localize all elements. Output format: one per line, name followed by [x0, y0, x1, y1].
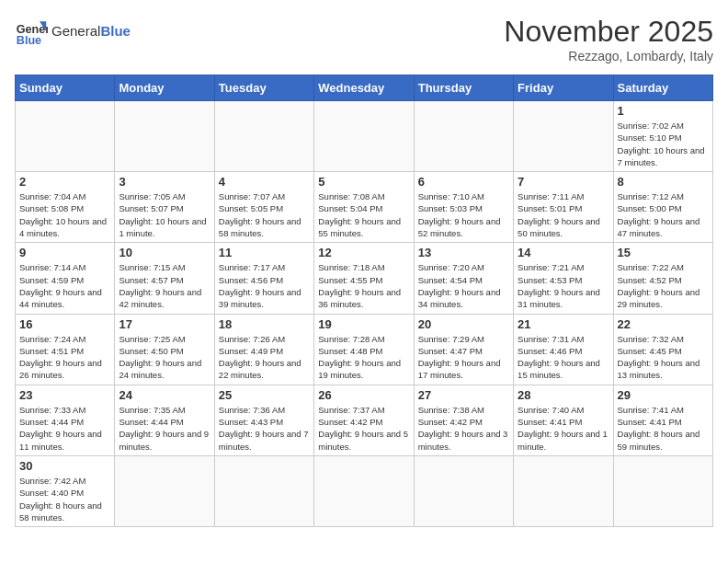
day-info: Sunrise: 7:26 AM Sunset: 4:49 PM Dayligh…: [219, 333, 310, 382]
calendar-cell: [115, 455, 214, 526]
day-number: 30: [19, 459, 110, 473]
calendar-cell: 22Sunrise: 7:32 AM Sunset: 4:45 PM Dayli…: [613, 314, 712, 385]
day-info: Sunrise: 7:08 AM Sunset: 5:04 PM Dayligh…: [318, 190, 409, 239]
day-number: 2: [19, 175, 110, 189]
calendar-table: SundayMondayTuesdayWednesdayThursdayFrid…: [15, 75, 713, 527]
calendar-week-1: 2Sunrise: 7:04 AM Sunset: 5:08 PM Daylig…: [16, 172, 713, 243]
calendar-cell: 14Sunrise: 7:21 AM Sunset: 4:53 PM Dayli…: [514, 243, 613, 314]
calendar-cell: [214, 101, 313, 172]
calendar-cell: 11Sunrise: 7:17 AM Sunset: 4:56 PM Dayli…: [214, 243, 313, 314]
day-info: Sunrise: 7:37 AM Sunset: 4:42 PM Dayligh…: [318, 404, 409, 453]
day-number: 14: [518, 246, 609, 259]
calendar-cell: 9Sunrise: 7:14 AM Sunset: 4:59 PM Daylig…: [16, 243, 115, 314]
day-number: 21: [518, 317, 609, 331]
day-number: 1: [618, 104, 709, 118]
day-number: 27: [418, 388, 509, 402]
calendar-cell: [16, 101, 115, 172]
day-number: 9: [19, 246, 110, 259]
calendar-cell: 18Sunrise: 7:26 AM Sunset: 4:49 PM Dayli…: [214, 314, 313, 385]
day-info: Sunrise: 7:20 AM Sunset: 4:54 PM Dayligh…: [418, 261, 509, 310]
day-number: 22: [618, 317, 709, 331]
calendar-cell: 3Sunrise: 7:05 AM Sunset: 5:07 PM Daylig…: [115, 172, 214, 243]
calendar-cell: 6Sunrise: 7:10 AM Sunset: 5:03 PM Daylig…: [414, 172, 513, 243]
calendar-cell: [314, 455, 414, 526]
weekday-header-sunday: Sunday: [16, 75, 115, 101]
day-number: 29: [618, 388, 709, 402]
logo-icon: General Blue: [15, 15, 48, 48]
calendar-cell: 20Sunrise: 7:29 AM Sunset: 4:47 PM Dayli…: [414, 314, 513, 385]
calendar-cell: 29Sunrise: 7:41 AM Sunset: 4:41 PM Dayli…: [613, 385, 712, 455]
day-number: 13: [418, 246, 509, 259]
day-number: 25: [219, 388, 310, 402]
calendar-cell: [214, 455, 313, 526]
logo-blue: Blue: [100, 23, 131, 39]
calendar-cell: 15Sunrise: 7:22 AM Sunset: 4:52 PM Dayli…: [613, 243, 712, 314]
day-info: Sunrise: 7:18 AM Sunset: 4:55 PM Dayligh…: [318, 261, 409, 310]
calendar-cell: 30Sunrise: 7:42 AM Sunset: 4:40 PM Dayli…: [16, 455, 115, 526]
day-info: Sunrise: 7:07 AM Sunset: 5:05 PM Dayligh…: [219, 190, 310, 239]
calendar-cell: 28Sunrise: 7:40 AM Sunset: 4:41 PM Dayli…: [514, 385, 613, 455]
calendar-cell: 4Sunrise: 7:07 AM Sunset: 5:05 PM Daylig…: [214, 172, 313, 243]
logo-general: General: [51, 23, 100, 39]
calendar-cell: 19Sunrise: 7:28 AM Sunset: 4:48 PM Dayli…: [314, 314, 414, 385]
day-number: 10: [119, 246, 210, 259]
calendar-cell: [414, 101, 513, 172]
weekday-header-friday: Friday: [514, 75, 613, 101]
day-number: 6: [418, 175, 509, 189]
calendar-cell: 10Sunrise: 7:15 AM Sunset: 4:57 PM Dayli…: [115, 243, 214, 314]
calendar-cell: [414, 455, 513, 526]
day-number: 8: [618, 175, 709, 189]
month-title: November 2025: [504, 15, 713, 49]
calendar-cell: 26Sunrise: 7:37 AM Sunset: 4:42 PM Dayli…: [314, 385, 414, 455]
day-info: Sunrise: 7:41 AM Sunset: 4:41 PM Dayligh…: [618, 404, 709, 453]
calendar-week-0: 1Sunrise: 7:02 AM Sunset: 5:10 PM Daylig…: [16, 101, 713, 172]
day-number: 11: [219, 246, 310, 259]
title-area: November 2025 Rezzago, Lombardy, Italy: [504, 15, 713, 63]
day-info: Sunrise: 7:12 AM Sunset: 5:00 PM Dayligh…: [618, 190, 709, 239]
day-info: Sunrise: 7:15 AM Sunset: 4:57 PM Dayligh…: [119, 261, 210, 310]
day-number: 19: [318, 317, 409, 331]
calendar-cell: 2Sunrise: 7:04 AM Sunset: 5:08 PM Daylig…: [16, 172, 115, 243]
day-info: Sunrise: 7:25 AM Sunset: 4:50 PM Dayligh…: [119, 333, 210, 382]
calendar-cell: 25Sunrise: 7:36 AM Sunset: 4:43 PM Dayli…: [214, 385, 313, 455]
svg-text:Blue: Blue: [17, 34, 41, 47]
day-number: 4: [219, 175, 310, 189]
day-number: 3: [119, 175, 210, 189]
day-number: 28: [518, 388, 609, 402]
calendar-cell: 21Sunrise: 7:31 AM Sunset: 4:46 PM Dayli…: [514, 314, 613, 385]
day-info: Sunrise: 7:32 AM Sunset: 4:45 PM Dayligh…: [618, 333, 709, 382]
day-info: Sunrise: 7:10 AM Sunset: 5:03 PM Dayligh…: [418, 190, 509, 239]
calendar-cell: 5Sunrise: 7:08 AM Sunset: 5:04 PM Daylig…: [314, 172, 414, 243]
calendar-cell: [115, 101, 214, 172]
day-number: 23: [19, 388, 110, 402]
day-number: 5: [318, 175, 409, 189]
weekday-header-monday: Monday: [115, 75, 214, 101]
calendar-cell: 12Sunrise: 7:18 AM Sunset: 4:55 PM Dayli…: [314, 243, 414, 314]
calendar-cell: 23Sunrise: 7:33 AM Sunset: 4:44 PM Dayli…: [16, 385, 115, 455]
calendar-week-4: 23Sunrise: 7:33 AM Sunset: 4:44 PM Dayli…: [16, 385, 713, 455]
day-info: Sunrise: 7:21 AM Sunset: 4:53 PM Dayligh…: [518, 261, 609, 310]
calendar-week-2: 9Sunrise: 7:14 AM Sunset: 4:59 PM Daylig…: [16, 243, 713, 314]
calendar-cell: 7Sunrise: 7:11 AM Sunset: 5:01 PM Daylig…: [514, 172, 613, 243]
day-info: Sunrise: 7:14 AM Sunset: 4:59 PM Dayligh…: [19, 261, 110, 310]
location: Rezzago, Lombardy, Italy: [504, 49, 713, 63]
calendar-cell: 17Sunrise: 7:25 AM Sunset: 4:50 PM Dayli…: [115, 314, 214, 385]
weekday-header-saturday: Saturday: [613, 75, 712, 101]
day-info: Sunrise: 7:29 AM Sunset: 4:47 PM Dayligh…: [418, 333, 509, 382]
day-info: Sunrise: 7:04 AM Sunset: 5:08 PM Dayligh…: [19, 190, 110, 239]
day-number: 15: [618, 246, 709, 259]
calendar-cell: [314, 101, 414, 172]
calendar-cell: 27Sunrise: 7:38 AM Sunset: 4:42 PM Dayli…: [414, 385, 513, 455]
calendar-cell: 8Sunrise: 7:12 AM Sunset: 5:00 PM Daylig…: [613, 172, 712, 243]
day-info: Sunrise: 7:38 AM Sunset: 4:42 PM Dayligh…: [418, 404, 509, 453]
calendar-cell: 1Sunrise: 7:02 AM Sunset: 5:10 PM Daylig…: [613, 101, 712, 172]
day-info: Sunrise: 7:35 AM Sunset: 4:44 PM Dayligh…: [119, 404, 210, 453]
day-info: Sunrise: 7:24 AM Sunset: 4:51 PM Dayligh…: [19, 333, 110, 382]
day-info: Sunrise: 7:22 AM Sunset: 4:52 PM Dayligh…: [618, 261, 709, 310]
day-info: Sunrise: 7:36 AM Sunset: 4:43 PM Dayligh…: [219, 404, 310, 453]
day-number: 24: [119, 388, 210, 402]
day-number: 16: [19, 317, 110, 331]
day-info: Sunrise: 7:33 AM Sunset: 4:44 PM Dayligh…: [19, 404, 110, 453]
day-number: 26: [318, 388, 409, 402]
calendar-week-5: 30Sunrise: 7:42 AM Sunset: 4:40 PM Dayli…: [16, 455, 713, 526]
